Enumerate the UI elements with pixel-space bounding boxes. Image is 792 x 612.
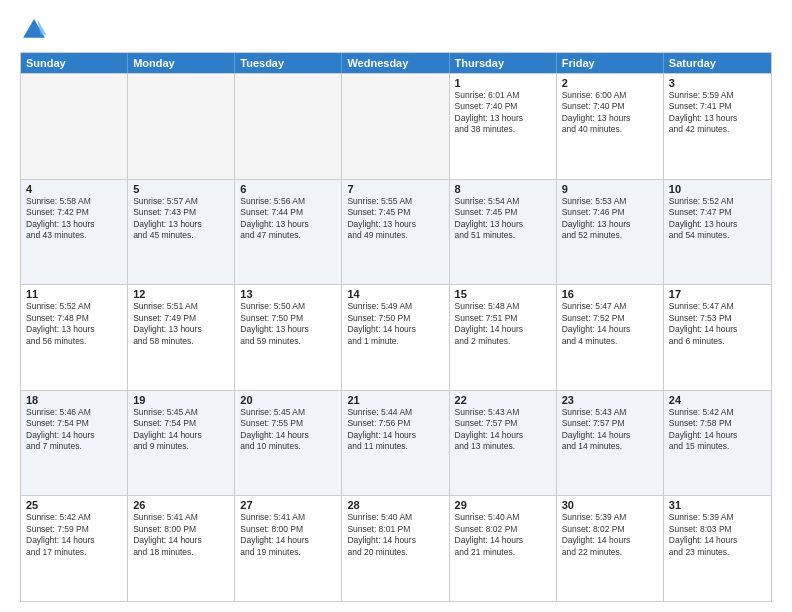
- calendar-cell-29: 29Sunrise: 5:40 AM Sunset: 8:02 PM Dayli…: [450, 496, 557, 601]
- day-info: Sunrise: 5:42 AM Sunset: 7:58 PM Dayligh…: [669, 407, 766, 453]
- day-number: 21: [347, 394, 443, 406]
- day-number: 16: [562, 288, 658, 300]
- header-day-friday: Friday: [557, 53, 664, 73]
- calendar-cell-20: 20Sunrise: 5:45 AM Sunset: 7:55 PM Dayli…: [235, 391, 342, 496]
- day-number: 11: [26, 288, 122, 300]
- day-info: Sunrise: 5:43 AM Sunset: 7:57 PM Dayligh…: [455, 407, 551, 453]
- day-number: 28: [347, 499, 443, 511]
- day-number: 25: [26, 499, 122, 511]
- calendar-header: SundayMondayTuesdayWednesdayThursdayFrid…: [21, 53, 771, 73]
- day-number: 1: [455, 77, 551, 89]
- calendar-cell-5: 5Sunrise: 5:57 AM Sunset: 7:43 PM Daylig…: [128, 180, 235, 285]
- calendar-body: 1Sunrise: 6:01 AM Sunset: 7:40 PM Daylig…: [21, 73, 771, 601]
- day-info: Sunrise: 5:55 AM Sunset: 7:45 PM Dayligh…: [347, 196, 443, 242]
- day-number: 12: [133, 288, 229, 300]
- empty-cell: [21, 74, 128, 179]
- calendar-row-4: 18Sunrise: 5:46 AM Sunset: 7:54 PM Dayli…: [21, 390, 771, 496]
- day-info: Sunrise: 5:47 AM Sunset: 7:53 PM Dayligh…: [669, 301, 766, 347]
- day-info: Sunrise: 5:51 AM Sunset: 7:49 PM Dayligh…: [133, 301, 229, 347]
- day-info: Sunrise: 5:41 AM Sunset: 8:00 PM Dayligh…: [133, 512, 229, 558]
- day-number: 2: [562, 77, 658, 89]
- day-info: Sunrise: 5:54 AM Sunset: 7:45 PM Dayligh…: [455, 196, 551, 242]
- calendar-cell-31: 31Sunrise: 5:39 AM Sunset: 8:03 PM Dayli…: [664, 496, 771, 601]
- day-info: Sunrise: 5:59 AM Sunset: 7:41 PM Dayligh…: [669, 90, 766, 136]
- calendar-cell-25: 25Sunrise: 5:42 AM Sunset: 7:59 PM Dayli…: [21, 496, 128, 601]
- day-number: 31: [669, 499, 766, 511]
- day-number: 3: [669, 77, 766, 89]
- day-number: 6: [240, 183, 336, 195]
- day-number: 29: [455, 499, 551, 511]
- calendar-cell-21: 21Sunrise: 5:44 AM Sunset: 7:56 PM Dayli…: [342, 391, 449, 496]
- day-info: Sunrise: 5:41 AM Sunset: 8:00 PM Dayligh…: [240, 512, 336, 558]
- day-info: Sunrise: 5:39 AM Sunset: 8:03 PM Dayligh…: [669, 512, 766, 558]
- header: [20, 16, 772, 44]
- day-number: 18: [26, 394, 122, 406]
- page: SundayMondayTuesdayWednesdayThursdayFrid…: [0, 0, 792, 612]
- day-number: 10: [669, 183, 766, 195]
- calendar-cell-11: 11Sunrise: 5:52 AM Sunset: 7:48 PM Dayli…: [21, 285, 128, 390]
- day-number: 22: [455, 394, 551, 406]
- header-day-thursday: Thursday: [450, 53, 557, 73]
- calendar-row-3: 11Sunrise: 5:52 AM Sunset: 7:48 PM Dayli…: [21, 284, 771, 390]
- logo: [20, 16, 52, 44]
- calendar: SundayMondayTuesdayWednesdayThursdayFrid…: [20, 52, 772, 602]
- day-number: 8: [455, 183, 551, 195]
- day-number: 24: [669, 394, 766, 406]
- day-number: 20: [240, 394, 336, 406]
- header-day-tuesday: Tuesday: [235, 53, 342, 73]
- calendar-cell-24: 24Sunrise: 5:42 AM Sunset: 7:58 PM Dayli…: [664, 391, 771, 496]
- calendar-cell-28: 28Sunrise: 5:40 AM Sunset: 8:01 PM Dayli…: [342, 496, 449, 601]
- day-info: Sunrise: 5:45 AM Sunset: 7:54 PM Dayligh…: [133, 407, 229, 453]
- day-number: 5: [133, 183, 229, 195]
- day-info: Sunrise: 5:50 AM Sunset: 7:50 PM Dayligh…: [240, 301, 336, 347]
- calendar-cell-27: 27Sunrise: 5:41 AM Sunset: 8:00 PM Dayli…: [235, 496, 342, 601]
- day-number: 4: [26, 183, 122, 195]
- calendar-cell-10: 10Sunrise: 5:52 AM Sunset: 7:47 PM Dayli…: [664, 180, 771, 285]
- day-info: Sunrise: 5:47 AM Sunset: 7:52 PM Dayligh…: [562, 301, 658, 347]
- calendar-cell-19: 19Sunrise: 5:45 AM Sunset: 7:54 PM Dayli…: [128, 391, 235, 496]
- calendar-cell-22: 22Sunrise: 5:43 AM Sunset: 7:57 PM Dayli…: [450, 391, 557, 496]
- calendar-cell-14: 14Sunrise: 5:49 AM Sunset: 7:50 PM Dayli…: [342, 285, 449, 390]
- calendar-cell-1: 1Sunrise: 6:01 AM Sunset: 7:40 PM Daylig…: [450, 74, 557, 179]
- header-day-saturday: Saturday: [664, 53, 771, 73]
- calendar-cell-13: 13Sunrise: 5:50 AM Sunset: 7:50 PM Dayli…: [235, 285, 342, 390]
- day-info: Sunrise: 5:46 AM Sunset: 7:54 PM Dayligh…: [26, 407, 122, 453]
- day-info: Sunrise: 5:52 AM Sunset: 7:47 PM Dayligh…: [669, 196, 766, 242]
- day-info: Sunrise: 5:43 AM Sunset: 7:57 PM Dayligh…: [562, 407, 658, 453]
- calendar-row-5: 25Sunrise: 5:42 AM Sunset: 7:59 PM Dayli…: [21, 495, 771, 601]
- day-number: 30: [562, 499, 658, 511]
- day-number: 7: [347, 183, 443, 195]
- day-number: 13: [240, 288, 336, 300]
- day-info: Sunrise: 5:40 AM Sunset: 8:02 PM Dayligh…: [455, 512, 551, 558]
- calendar-cell-18: 18Sunrise: 5:46 AM Sunset: 7:54 PM Dayli…: [21, 391, 128, 496]
- day-info: Sunrise: 5:52 AM Sunset: 7:48 PM Dayligh…: [26, 301, 122, 347]
- day-info: Sunrise: 5:45 AM Sunset: 7:55 PM Dayligh…: [240, 407, 336, 453]
- empty-cell: [235, 74, 342, 179]
- calendar-cell-23: 23Sunrise: 5:43 AM Sunset: 7:57 PM Dayli…: [557, 391, 664, 496]
- day-number: 27: [240, 499, 336, 511]
- day-info: Sunrise: 5:58 AM Sunset: 7:42 PM Dayligh…: [26, 196, 122, 242]
- day-info: Sunrise: 5:39 AM Sunset: 8:02 PM Dayligh…: [562, 512, 658, 558]
- calendar-row-1: 1Sunrise: 6:01 AM Sunset: 7:40 PM Daylig…: [21, 73, 771, 179]
- calendar-cell-3: 3Sunrise: 5:59 AM Sunset: 7:41 PM Daylig…: [664, 74, 771, 179]
- day-info: Sunrise: 6:00 AM Sunset: 7:40 PM Dayligh…: [562, 90, 658, 136]
- header-day-wednesday: Wednesday: [342, 53, 449, 73]
- calendar-cell-6: 6Sunrise: 5:56 AM Sunset: 7:44 PM Daylig…: [235, 180, 342, 285]
- day-info: Sunrise: 5:56 AM Sunset: 7:44 PM Dayligh…: [240, 196, 336, 242]
- day-info: Sunrise: 5:44 AM Sunset: 7:56 PM Dayligh…: [347, 407, 443, 453]
- day-number: 15: [455, 288, 551, 300]
- calendar-cell-30: 30Sunrise: 5:39 AM Sunset: 8:02 PM Dayli…: [557, 496, 664, 601]
- calendar-cell-26: 26Sunrise: 5:41 AM Sunset: 8:00 PM Dayli…: [128, 496, 235, 601]
- calendar-cell-9: 9Sunrise: 5:53 AM Sunset: 7:46 PM Daylig…: [557, 180, 664, 285]
- day-number: 26: [133, 499, 229, 511]
- calendar-cell-15: 15Sunrise: 5:48 AM Sunset: 7:51 PM Dayli…: [450, 285, 557, 390]
- day-info: Sunrise: 5:49 AM Sunset: 7:50 PM Dayligh…: [347, 301, 443, 347]
- calendar-cell-16: 16Sunrise: 5:47 AM Sunset: 7:52 PM Dayli…: [557, 285, 664, 390]
- logo-icon: [20, 16, 48, 44]
- header-day-monday: Monday: [128, 53, 235, 73]
- day-info: Sunrise: 5:57 AM Sunset: 7:43 PM Dayligh…: [133, 196, 229, 242]
- calendar-cell-8: 8Sunrise: 5:54 AM Sunset: 7:45 PM Daylig…: [450, 180, 557, 285]
- day-info: Sunrise: 6:01 AM Sunset: 7:40 PM Dayligh…: [455, 90, 551, 136]
- empty-cell: [342, 74, 449, 179]
- header-day-sunday: Sunday: [21, 53, 128, 73]
